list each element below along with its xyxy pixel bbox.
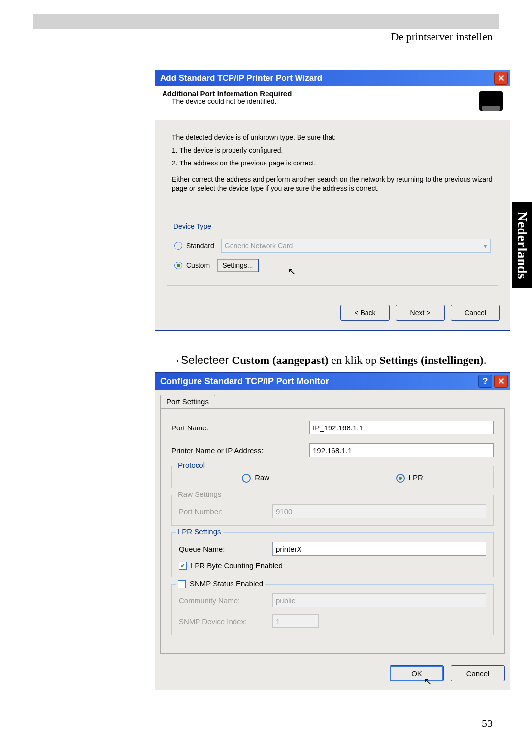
- instruction-text: .: [484, 354, 487, 366]
- cursor-icon: ↖: [288, 265, 296, 277]
- raw-settings-legend: Raw Settings: [176, 490, 223, 498]
- wizard-body-line: Either correct the address and perform a…: [172, 175, 493, 193]
- radio-lpr[interactable]: [396, 474, 405, 483]
- lpr-settings-fieldset: LPR Settings Queue Name: printerX ✔ LPR …: [171, 532, 494, 577]
- device-type-combo[interactable]: Generic Network Card ▾: [221, 239, 491, 253]
- arrow-icon: →Selecteer: [169, 354, 232, 366]
- wizard-subheading: The device could not be identified.: [172, 98, 292, 105]
- top-grey-bar: [33, 14, 499, 29]
- radio-standard[interactable]: [174, 242, 182, 250]
- radio-raw[interactable]: [242, 474, 251, 483]
- snmp-comm-input: public: [272, 593, 486, 607]
- wizard-body-line: The detected device is of unknown type. …: [172, 133, 493, 142]
- portmon-titlebar[interactable]: Configure Standard TCP/IP Port Monitor ?…: [155, 373, 510, 390]
- snmp-legend-row[interactable]: ✔SNMP Status Enabled: [176, 579, 265, 588]
- wizard-titlebar[interactable]: Add Standard TCP/IP Printer Port Wizard …: [155, 70, 510, 86]
- device-type-legend: Device Type: [171, 222, 213, 230]
- wizard-body: The detected device is of unknown type. …: [155, 120, 510, 217]
- lpr-byte-label: LPR Byte Counting Enabled: [191, 561, 283, 570]
- port-monitor-dialog: Configure Standard TCP/IP Port Monitor ?…: [155, 372, 510, 690]
- portmon-button-row: OK Cancel ↖: [155, 658, 510, 690]
- protocol-fieldset: Protocol Raw LPR: [171, 466, 494, 488]
- language-side-tab: Nederlands: [512, 202, 532, 288]
- radio-standard-label: Standard: [186, 242, 214, 250]
- radio-custom-label: Custom: [186, 262, 210, 269]
- device-type-combo-value: Generic Network Card: [225, 242, 293, 250]
- raw-port-label: Port Number:: [179, 507, 272, 516]
- portmon-tab-body: Port Name: IP_192.168.1.1 Printer Name o…: [160, 408, 505, 654]
- raw-port-input: 9100: [272, 504, 486, 518]
- instruction-line-1: →Selecteer Custom (aangepast) en klik op…: [169, 354, 486, 367]
- wizard-body-line: 1. The device is properly configured.: [172, 146, 493, 155]
- instruction-bold: Custom (aangepast): [232, 354, 329, 366]
- radio-custom[interactable]: [174, 262, 182, 269]
- portmon-title: Configure Standard TCP/IP Port Monitor: [160, 376, 329, 387]
- help-icon[interactable]: ?: [478, 375, 492, 388]
- port-name-input[interactable]: IP_192.168.1.1: [309, 421, 494, 434]
- ok-button[interactable]: OK: [390, 665, 444, 681]
- radio-standard-row[interactable]: Standard Generic Network Card ▾: [174, 239, 491, 253]
- back-button[interactable]: < Back: [340, 305, 390, 321]
- wizard-button-row: < Back Next > Cancel: [155, 295, 510, 330]
- snmp-checkbox[interactable]: ✔: [178, 580, 186, 588]
- portmon-tab-strip: Port Settings: [155, 390, 510, 408]
- port-name-row: Port Name: IP_192.168.1.1: [171, 421, 494, 434]
- printer-addr-label: Printer Name or IP Address:: [171, 446, 309, 455]
- lpr-queue-input[interactable]: printerX: [272, 542, 486, 556]
- printer-addr-input[interactable]: 192.168.1.1: [309, 443, 494, 457]
- radio-raw-label: Raw: [255, 473, 269, 482]
- wizard-heading: Additional Port Information Required: [162, 89, 292, 98]
- settings-button[interactable]: Settings...: [217, 259, 258, 272]
- instruction-bold: Settings (instellingen): [379, 354, 483, 366]
- lpr-byte-checkbox[interactable]: ✔: [179, 562, 187, 570]
- radio-lpr-row[interactable]: LPR: [396, 473, 423, 483]
- printer-icon: [479, 91, 503, 111]
- radio-raw-row[interactable]: Raw: [242, 473, 269, 483]
- snmp-index-input: 1: [272, 614, 319, 628]
- wizard-header-panel: Additional Port Information Required The…: [155, 86, 510, 120]
- page-number: 53: [482, 717, 493, 730]
- printer-addr-row: Printer Name or IP Address: 192.168.1.1: [171, 443, 494, 457]
- protocol-legend: Protocol: [176, 461, 207, 469]
- wizard-title: Add Standard TCP/IP Printer Port Wizard: [160, 73, 322, 83]
- device-type-fieldset: Device Type Standard Generic Network Car…: [167, 227, 498, 286]
- raw-settings-fieldset: Raw Settings Port Number: 9100: [171, 495, 494, 526]
- chevron-down-icon: ▾: [484, 242, 487, 250]
- wizard-body-line: 2. The address on the previous page is c…: [172, 159, 493, 167]
- snmp-fieldset: ✔SNMP Status Enabled Community Name: pub…: [171, 584, 494, 635]
- cancel-button[interactable]: Cancel: [451, 665, 505, 681]
- tab-port-settings[interactable]: Port Settings: [160, 395, 215, 408]
- snmp-comm-label: Community Name:: [179, 596, 272, 605]
- snmp-legend: SNMP Status Enabled: [190, 579, 263, 588]
- tcpip-wizard-dialog: Add Standard TCP/IP Printer Port Wizard …: [155, 70, 510, 331]
- port-name-label: Port Name:: [171, 424, 309, 432]
- instruction-text: en klik op: [329, 354, 380, 366]
- snmp-index-label: SNMP Device Index:: [179, 617, 272, 625]
- lpr-queue-label: Queue Name:: [179, 545, 272, 553]
- close-icon[interactable]: ✕: [494, 375, 508, 388]
- radio-custom-row[interactable]: Custom Settings... ↖: [174, 259, 491, 272]
- cancel-button[interactable]: Cancel: [451, 305, 500, 321]
- language-side-tab-label: Nederlands: [514, 211, 530, 279]
- next-button[interactable]: Next >: [396, 305, 445, 321]
- close-icon[interactable]: ✕: [494, 72, 508, 85]
- radio-lpr-label: LPR: [409, 473, 423, 482]
- section-header: De printserver instellen: [391, 31, 493, 43]
- lpr-settings-legend: LPR Settings: [176, 527, 223, 536]
- cursor-icon: ↖: [424, 675, 432, 687]
